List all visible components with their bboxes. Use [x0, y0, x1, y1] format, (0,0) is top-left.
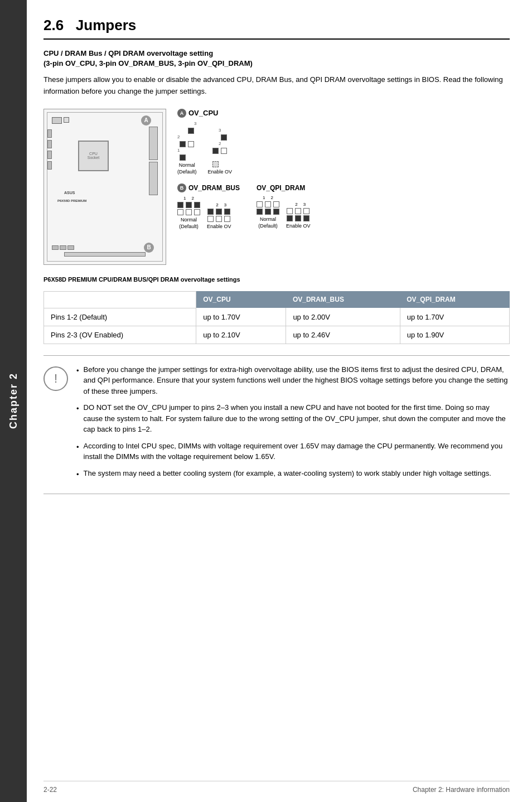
page-footer: 2-22 Chapter 2: Hardware information: [43, 781, 510, 794]
ov-dram-qpi-group: B OV_DRAM_BUS 1 2: [177, 183, 510, 230]
ov-cpu-enable: 3 2 1: [208, 128, 233, 176]
ov-cpu-normal: 3 2 1: [177, 121, 197, 175]
footer-page-number: 2-22: [43, 786, 57, 794]
subsection-title: CPU / DRAM Bus / QPI DRAM overvoltage se…: [43, 49, 510, 69]
row2-ov-cpu: up to 2.10V: [196, 326, 286, 344]
table-header-ov-dram: OV_DRAM_BUS: [286, 291, 400, 308]
ov-qpi-enable: 2 3: [286, 202, 311, 230]
row1-ov-qpi: up to 1.70V: [400, 308, 509, 326]
motherboard-diagram: A B CPUSocket: [43, 109, 166, 265]
warning-item-2: • DO NOT set the OV_CPU jumper to pins 2…: [76, 402, 510, 435]
row1-label: Pins 1-2 (Default): [44, 308, 196, 326]
description-text: These jumpers allow you to enable or dis…: [43, 74, 510, 98]
footer-chapter-info: Chapter 2: Hardware information: [413, 786, 510, 794]
warning-item-4: • The system may need a better cooling s…: [76, 468, 510, 480]
table-body: Pins 1-2 (Default) up to 1.70V up to 2.0…: [44, 308, 510, 344]
label-a: A: [141, 115, 151, 125]
bullet-2: •: [76, 403, 79, 435]
ov-dram-bus-group: B OV_DRAM_BUS 1 2: [177, 183, 240, 230]
ov-dram-enable: 2 3: [207, 202, 231, 230]
row1-ov-cpu: up to 1.70V: [196, 308, 286, 326]
diagram-area: A B CPUSocket: [43, 109, 510, 265]
voltage-table: OV_CPU OV_DRAM_BUS OV_QPI_DRAM Pins 1-2 …: [43, 291, 510, 344]
warning-item-3: • According to Intel CPU spec, DIMMs wit…: [76, 441, 510, 462]
mb-asus-text: ASUS: [64, 191, 75, 195]
jumper-diagrams: A OV_CPU 3 2: [177, 109, 510, 230]
warning-text-2: DO NOT set the OV_CPU jumper to pins 2–3…: [84, 402, 510, 435]
warning-items: • Before you change the jumper settings …: [76, 364, 510, 486]
table-header-row: OV_CPU OV_DRAM_BUS OV_QPI_DRAM: [44, 291, 510, 308]
row2-ov-dram: up to 2.46V: [286, 326, 400, 344]
row1-ov-dram: up to 2.00V: [286, 308, 400, 326]
ov-cpu-group: A OV_CPU 3 2: [177, 109, 510, 175]
sidebar-label: Chapter 2: [8, 373, 20, 429]
main-content: 2.6 Jumpers CPU / DRAM Bus / QPI DRAM ov…: [27, 0, 532, 802]
label-b-circle: B: [177, 183, 186, 192]
ov-qpi-dram-group: OV_QPI_DRAM 1 2: [257, 183, 311, 230]
table-header-ov-cpu: OV_CPU: [196, 291, 286, 308]
label-a-circle: A: [177, 109, 186, 118]
ov-cpu-enable-caption: Enable OV: [208, 169, 233, 176]
label-b: B: [144, 243, 154, 253]
row2-label: Pins 2-3 (OV Enabled): [44, 326, 196, 344]
table-header-ov-qpi: OV_QPI_DRAM: [400, 291, 509, 308]
ov-dram-bus-label: OV_DRAM_BUS: [188, 184, 240, 192]
ov-qpi-dram-label: OV_QPI_DRAM: [257, 184, 305, 192]
diagram-caption: P6X58D PREMIUM CPU/DRAM BUS/QPI DRAM ove…: [43, 276, 510, 283]
warning-text-4: The system may need a better cooling sys…: [84, 468, 491, 480]
bullet-1: •: [76, 365, 79, 397]
table-header-empty: [44, 291, 196, 308]
warning-item-1: • Before you change the jumper settings …: [76, 364, 510, 397]
ov-cpu-normal-caption: Normal(Default): [177, 162, 197, 175]
bullet-4: •: [76, 469, 79, 480]
row2-ov-qpi: up to 1.90V: [400, 326, 509, 344]
warning-text-3: According to Intel CPU spec, DIMMs with …: [84, 441, 510, 462]
cpu-socket: CPUSocket: [78, 141, 109, 171]
ov-cpu-label: OV_CPU: [188, 109, 218, 117]
bullet-3: •: [76, 442, 79, 462]
section-title: 2.6 Jumpers: [43, 17, 510, 40]
ov-dram-normal: 1 2: [177, 196, 200, 230]
warning-box: ! • Before you change the jumper setting…: [43, 355, 510, 495]
exclamation-icon: !: [54, 371, 57, 386]
mb-premium-text: P6X58D PREMIUM: [57, 199, 86, 202]
warning-icon: !: [43, 366, 68, 391]
warning-text-1: Before you change the jumper settings fo…: [84, 364, 510, 397]
table-row: Pins 2-3 (OV Enabled) up to 2.10V up to …: [44, 326, 510, 344]
ov-qpi-normal: 1 2: [257, 195, 279, 229]
table-row: Pins 1-2 (Default) up to 1.70V up to 2.0…: [44, 308, 510, 326]
sidebar: Chapter 2: [0, 0, 27, 802]
